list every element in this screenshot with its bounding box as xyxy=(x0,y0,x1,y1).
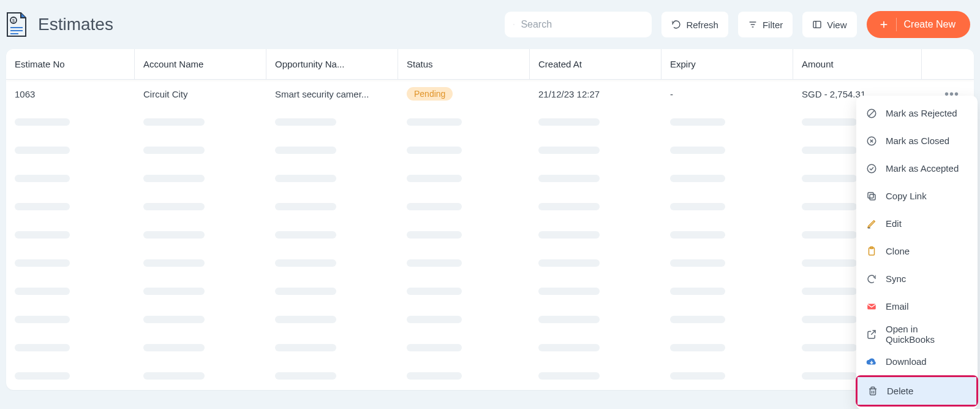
column-opportunity[interactable]: Opportunity Na... xyxy=(266,49,398,79)
svg-text:$: $ xyxy=(12,18,15,23)
svg-rect-20 xyxy=(870,194,875,200)
cell-estimate-no: 1063 xyxy=(6,89,135,99)
menu-delete[interactable]: Delete xyxy=(858,377,976,405)
skeleton-row xyxy=(6,334,974,362)
menu-mark-accepted[interactable]: Mark as Accepted xyxy=(856,155,978,182)
menu-label: Copy Link xyxy=(886,191,927,201)
skeleton-row xyxy=(6,249,974,277)
menu-label: Sync xyxy=(886,273,906,284)
page-header: $ Estimates Refresh Filter View Create N… xyxy=(0,0,980,49)
table-row[interactable]: 1063 Circuit City Smart security camer..… xyxy=(6,80,974,108)
skeleton xyxy=(275,118,336,126)
search-input[interactable] xyxy=(521,19,643,30)
column-account-name[interactable]: Account Name xyxy=(135,49,266,79)
skeleton xyxy=(143,118,205,126)
view-label: View xyxy=(827,20,846,30)
skeleton-row xyxy=(6,362,974,390)
svg-line-15 xyxy=(869,110,875,116)
svg-rect-10 xyxy=(813,21,821,28)
skeleton-row xyxy=(6,136,974,164)
filter-icon xyxy=(748,20,758,29)
row-context-menu: Mark as Rejected Mark as Closed Mark as … xyxy=(856,96,978,409)
column-status[interactable]: Status xyxy=(398,49,530,79)
cell-opportunity: Smart security camer... xyxy=(266,89,398,99)
search-icon xyxy=(513,19,514,30)
svg-rect-27 xyxy=(870,389,876,395)
refresh-button[interactable]: Refresh xyxy=(662,12,728,37)
column-actions xyxy=(922,49,974,79)
column-created-at[interactable]: Created At xyxy=(530,49,662,79)
copy-icon xyxy=(866,191,877,202)
menu-copy-link[interactable]: Copy Link xyxy=(856,182,978,210)
menu-clone[interactable]: Clone xyxy=(856,237,978,265)
menu-mark-closed[interactable]: Mark as Closed xyxy=(856,127,978,155)
page-title: Estimates xyxy=(38,15,495,34)
divider xyxy=(896,18,897,31)
layout-icon xyxy=(812,20,822,29)
filter-label: Filter xyxy=(763,20,783,30)
skeleton xyxy=(407,118,462,126)
menu-label: Delete xyxy=(887,386,913,396)
table-header: Estimate No Account Name Opportunity Na.… xyxy=(6,49,974,80)
menu-label: Edit xyxy=(886,218,902,229)
plus-icon xyxy=(879,20,889,29)
circle-check-icon xyxy=(866,163,877,174)
menu-open-quickbooks[interactable]: Open in QuickBooks xyxy=(856,320,978,348)
envelope-icon xyxy=(866,301,877,312)
pencil-icon xyxy=(866,218,877,229)
skeleton xyxy=(15,118,70,126)
cell-expiry: - xyxy=(662,89,793,99)
cell-account-name: Circuit City xyxy=(135,89,266,99)
menu-label: Open in QuickBooks xyxy=(886,324,968,345)
cell-status: Pending xyxy=(398,87,530,101)
document-icon: $ xyxy=(5,12,28,37)
column-amount[interactable]: Amount xyxy=(793,49,922,79)
menu-sync[interactable]: Sync xyxy=(856,265,978,292)
skeleton-row xyxy=(6,193,974,221)
menu-label: Mark as Accepted xyxy=(886,163,959,174)
cell-created-at: 21/12/23 12:27 xyxy=(530,89,662,99)
estimates-table: Estimate No Account Name Opportunity Na.… xyxy=(6,49,974,390)
menu-label: Download xyxy=(886,356,927,367)
create-new-button[interactable]: Create New xyxy=(867,11,970,38)
column-expiry[interactable]: Expiry xyxy=(662,49,793,79)
column-estimate-no[interactable]: Estimate No xyxy=(6,49,135,79)
svg-point-19 xyxy=(867,164,876,173)
delete-highlight: Delete xyxy=(856,375,978,407)
menu-mark-rejected[interactable]: Mark as Rejected xyxy=(856,99,978,127)
trash-icon xyxy=(867,386,878,397)
prohibit-icon xyxy=(866,108,877,119)
view-button[interactable]: View xyxy=(802,12,856,37)
skeleton-row xyxy=(6,221,974,249)
clipboard-icon xyxy=(866,246,877,257)
refresh-icon xyxy=(671,20,681,29)
svg-rect-21 xyxy=(868,193,873,198)
menu-label: Mark as Rejected xyxy=(886,108,957,118)
search-box[interactable] xyxy=(505,12,652,37)
external-link-icon xyxy=(866,329,877,340)
create-new-label: Create New xyxy=(904,19,956,30)
status-badge: Pending xyxy=(407,87,453,101)
skeleton xyxy=(538,118,600,126)
menu-label: Email xyxy=(886,301,909,312)
menu-download[interactable]: Download xyxy=(856,348,978,375)
skeleton xyxy=(802,118,857,126)
skeleton-row xyxy=(6,277,974,305)
refresh-label: Refresh xyxy=(686,20,718,30)
menu-email[interactable]: Email xyxy=(856,292,978,320)
svg-point-5 xyxy=(514,24,514,25)
skeleton xyxy=(670,118,725,126)
circle-x-icon xyxy=(866,136,877,147)
filter-button[interactable]: Filter xyxy=(738,12,793,37)
cloud-download-icon xyxy=(866,356,877,367)
menu-edit[interactable]: Edit xyxy=(856,210,978,237)
menu-label: Clone xyxy=(886,246,910,256)
skeleton-row xyxy=(6,164,974,193)
skeleton-row xyxy=(6,305,974,334)
svg-line-26 xyxy=(871,331,875,335)
skeleton-row xyxy=(6,108,974,136)
sync-icon xyxy=(866,273,877,285)
menu-label: Mark as Closed xyxy=(886,136,949,146)
table-body: 1063 Circuit City Smart security camer..… xyxy=(6,80,974,390)
